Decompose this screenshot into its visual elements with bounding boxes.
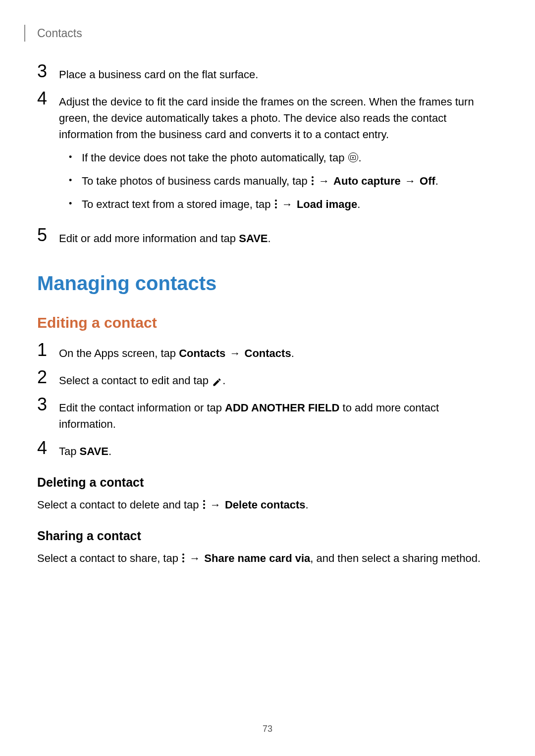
bold-text: Auto capture [333, 175, 401, 187]
para-prefix: Select a contact to delete and tap [37, 499, 202, 511]
editing-step-4: 4 Tap SAVE. [37, 442, 498, 459]
editing-step-2: 2 Select a contact to edit and tap . [37, 371, 498, 389]
step-4: 4 Adjust the device to fit the card insi… [37, 93, 498, 219]
more-options-icon [182, 554, 184, 562]
bold-text: SAVE [239, 232, 268, 245]
arrow-icon: → [229, 347, 240, 359]
step-3: 3 Place a business card on the flat surf… [37, 65, 498, 83]
bullet-list: If the device does not take the photo au… [69, 150, 498, 212]
arrow-icon: → [405, 175, 416, 187]
step-text: Adjust the device to fit the card inside… [59, 94, 498, 143]
step-text: Edit the contact information or tap ADD … [59, 399, 498, 432]
step-text: Place a business card on the flat surfac… [59, 65, 498, 83]
step-number: 4 [37, 439, 59, 457]
more-options-icon [275, 200, 277, 208]
para-suffix: . [306, 499, 309, 511]
bold-text: Load image [297, 198, 357, 210]
arrow-icon: → [189, 552, 200, 564]
page-number: 73 [0, 724, 535, 734]
para-suffix: , and then select a sharing method. [310, 552, 481, 564]
page-header: Contacts [24, 25, 498, 42]
header-divider [24, 25, 25, 42]
bullet-suffix: . [357, 198, 360, 210]
bullet-suffix: . [359, 151, 362, 164]
section-title: Managing contacts [37, 272, 498, 295]
bullet-text: To extract text from a stored image, tap [82, 198, 274, 210]
bullet-item: If the device does not take the photo au… [69, 150, 498, 166]
step-number: 3 [37, 62, 59, 80]
bullet-suffix: . [435, 175, 438, 187]
step-suffix: . [291, 347, 294, 359]
sub-heading-deleting: Deleting a contact [37, 475, 498, 490]
step-text: Select a contact to edit and tap . [59, 371, 498, 389]
subsection-title: Editing a contact [37, 314, 498, 331]
bold-text: Contacts [179, 347, 225, 359]
step-prefix: Select a contact to edit and tap [59, 374, 212, 387]
arrow-icon: → [282, 198, 293, 210]
para-prefix: Select a contact to share, tap [37, 552, 181, 564]
step-number: 1 [37, 341, 59, 359]
bullet-text: To take photos of business cards manuall… [82, 175, 311, 187]
step-suffix: . [222, 374, 225, 387]
step-suffix: . [108, 445, 111, 457]
bold-text: Delete contacts [225, 499, 306, 511]
step-prefix: Edit the contact information or tap [59, 402, 225, 414]
step-prefix: Tap [59, 445, 80, 457]
arrow-icon: → [319, 175, 329, 187]
step-5: 5 Edit or add more information and tap S… [37, 229, 498, 247]
more-options-icon [203, 500, 205, 509]
step-number: 5 [37, 226, 59, 244]
editing-step-1: 1 On the Apps screen, tap Contacts → Con… [37, 344, 498, 361]
sharing-text: Select a contact to share, tap → Share n… [37, 550, 498, 566]
step-prefix: On the Apps screen, tap [59, 347, 179, 359]
bullet-text: If the device does not take the photo au… [82, 151, 348, 164]
editing-step-3: 3 Edit the contact information or tap AD… [37, 399, 498, 432]
bold-text: SAVE [80, 445, 108, 457]
bold-text: Share name card via [204, 552, 310, 564]
step-number: 4 [37, 90, 59, 107]
step-prefix: Edit or add more information and tap [59, 232, 239, 245]
step-number: 3 [37, 396, 59, 413]
step-text: Edit or add more information and tap SAV… [59, 229, 498, 247]
bold-text: ADD ANOTHER FIELD [225, 402, 339, 414]
arrow-icon: → [210, 499, 221, 511]
more-options-icon [312, 176, 314, 185]
step-content: Adjust the device to fit the card inside… [59, 93, 498, 219]
bold-text: Off [420, 175, 435, 187]
bullet-item: To take photos of business cards manuall… [69, 173, 498, 189]
step-number: 2 [37, 368, 59, 386]
sub-heading-sharing: Sharing a contact [37, 529, 498, 543]
step-text: On the Apps screen, tap Contacts → Conta… [59, 344, 498, 361]
step-suffix: . [268, 232, 271, 245]
camera-icon [348, 152, 358, 162]
header-title: Contacts [37, 27, 82, 40]
bold-text: Contacts [245, 347, 291, 359]
edit-icon [212, 375, 222, 385]
bullet-item: To extract text from a stored image, tap… [69, 196, 498, 212]
deleting-text: Select a contact to delete and tap → Del… [37, 497, 498, 513]
step-text: Tap SAVE. [59, 442, 498, 459]
